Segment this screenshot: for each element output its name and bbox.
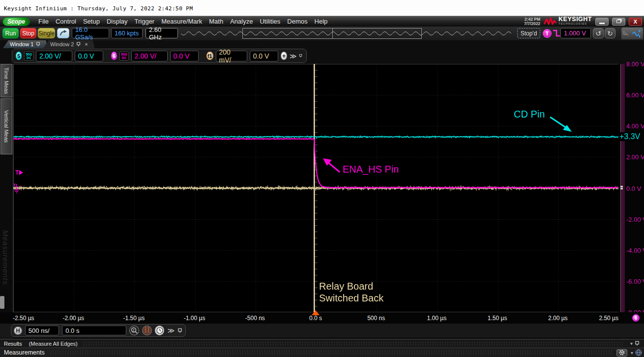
expand-chevrons[interactable]: ≫ [167,327,175,334]
trigger-source-badge[interactable]: T [543,29,552,38]
menu-help[interactable]: Help [315,18,328,25]
scope-menu-button[interactable]: Scope [2,17,30,26]
close-button[interactable]: X [629,18,642,26]
toolbar-right-panel [621,28,643,39]
sidebar-scroll-nub[interactable] [0,296,4,309]
pin-icon[interactable] [299,53,303,59]
redo-button[interactable]: ↻ [605,28,615,38]
measurements-expand-caret[interactable]: ▾ [631,350,633,356]
timebase-scale-field[interactable]: 500 ns/ [25,326,59,335]
menu-trigger[interactable]: Trigger [135,18,155,25]
horizontal-badge[interactable]: H [14,327,22,335]
channel-6-scale-field[interactable]: 2.00 V/ [131,51,168,61]
expand-chevrons[interactable]: ≫ [290,52,297,60]
left-sidebar: Time Meas Vertical Meas Measurements [0,64,13,339]
horizontal-toolbar: H 500 ns/ 0.0 s Z ≫ [0,324,644,338]
dim-cursor-icon[interactable] [623,30,630,37]
f1-ground-marker[interactable]: f1→ [14,183,22,194]
falling-edge-icon[interactable] [553,29,560,37]
trigger-level-marker[interactable]: T [15,169,24,176]
drag-handle-dots[interactable]: ···· [621,336,629,341]
pin-icon[interactable] [76,42,81,47]
channel-5-coupling: DC [26,56,31,60]
preview-window-box[interactable] [242,28,422,39]
pin-icon[interactable] [635,341,640,346]
add-channel-button[interactable]: + [281,52,287,60]
memory-depth-field[interactable]: 160 kpts [111,28,143,38]
tab-window-1[interactable]: Window 1 [3,40,48,48]
x-tick-label: 1.00 µs [427,315,447,322]
timebase-position-field[interactable]: 0.0 s [62,326,126,335]
stop-button[interactable]: Stop [20,28,36,38]
measurements-settings-button[interactable] [616,349,627,357]
right-voltage-axis: 8.00 V6.00 V4.00 V2.00 V0.0 V-2.00 V-4.0… [618,64,644,312]
brand-sub: TECHNOLOGIES [558,22,592,26]
menu-analyze[interactable]: Analyze [230,18,253,25]
annotation-relay-board[interactable]: Relay Board Switched Back [319,280,383,304]
menu-control[interactable]: Control [56,18,76,25]
channel-5-coupling-badge[interactable]: 50Ω DC [24,52,33,60]
undo-button[interactable]: ↺ [593,28,604,38]
tab-time-meas[interactable]: Time Meas [0,64,12,97]
channel-5-badge[interactable]: 5 [16,52,22,60]
touch-button[interactable] [57,28,69,38]
axis-channel-badge[interactable]: 6 [632,314,640,322]
function-f1-badge[interactable]: f1 [206,52,213,60]
trigger-time-marker-icon[interactable] [312,310,320,315]
measurements-texture [50,350,612,355]
y-tick-label: -6.00 V [626,278,644,285]
channel-settings-row: 5 50Ω DC 2.00 V/ 0.0 V 6 50Ω DC 2.00 V/ … [0,48,644,64]
menu-file[interactable]: File [38,18,49,25]
acq-state-button[interactable]: Stop'd [517,28,540,38]
time-reference-button[interactable] [155,326,165,335]
brand-name: KEYSIGHT [558,17,592,22]
tab-close-icon[interactable]: × [85,41,88,47]
f1-offset-field[interactable]: 0.0 V [250,51,279,61]
markers-button[interactable] [142,326,152,335]
y-tick-label: 8.00 V [626,60,644,68]
clock-date: 7/7/2022 [524,22,540,26]
measurements-bar[interactable]: Measurements ▾ [0,348,644,357]
channel-6-offset-field[interactable]: 0.0 V [170,51,199,61]
menu-bar: Scope FileControlSetupDisplayTriggerMeas… [0,16,644,27]
tab-window-2[interactable]: Window 2 × [43,40,95,48]
trigger-level-field[interactable]: 1.000 V [560,28,591,38]
menu-measure-mark[interactable]: Measure/Mark [161,18,202,25]
results-bar[interactable]: Results (Measure All Edges) ···· ▾ [0,339,644,348]
menu-utilities[interactable]: Utilities [260,18,280,25]
waveform-preview[interactable] [181,28,511,39]
channel-5-scale-field[interactable]: 2.00 V/ [36,51,72,61]
preview-center-line [332,29,333,38]
channel-6-coupling-badge[interactable]: 50Ω DC [119,52,128,60]
bandwidth-field[interactable]: 2.60 GHz [146,28,178,38]
results-expand-caret[interactable]: ▾ [630,341,633,346]
menu-display[interactable]: Display [107,18,128,25]
y-tick-label: 0.0 V [626,185,641,192]
annotation-ena-hs-pin[interactable]: ENA_HS Pin [343,164,399,175]
annotation-cd-pin[interactable]: CD Pin [514,109,545,120]
scope-graticule[interactable]: CD Pin ENA_HS Pin Relay Board Switched B… [13,64,618,312]
clock-icon [156,327,163,334]
minimize-icon [599,23,605,24]
x-tick-label: -1.50 µs [123,315,145,322]
channel-6-badge[interactable]: 6 [111,52,117,60]
waveform-scale-icon[interactable] [632,30,642,38]
menu-setup[interactable]: Setup [83,18,100,25]
touch-icon [59,30,67,37]
pin-icon[interactable] [36,42,41,47]
menu-demos[interactable]: Demos [287,18,307,25]
globe-icon[interactable] [635,349,642,356]
tab-vertical-meas[interactable]: Vertical Meas [0,98,12,154]
minimize-button[interactable] [595,18,609,26]
restore-button[interactable] [612,18,625,26]
sample-rate-field[interactable]: 16.0 GSa/s [72,28,109,38]
y-tick-label: 4.00 V [626,122,644,130]
run-button[interactable]: Run [2,28,19,38]
menu-math[interactable]: Math [209,18,223,25]
pin-icon[interactable] [177,328,183,333]
tab-window-2-label: Window 2 [50,41,74,47]
zoom-button[interactable]: Z [129,326,139,335]
single-button[interactable]: Single [38,28,55,38]
channel-5-offset-field[interactable]: 0.0 V [75,51,104,61]
f1-scale-field[interactable]: 200 mV/ [216,51,247,61]
